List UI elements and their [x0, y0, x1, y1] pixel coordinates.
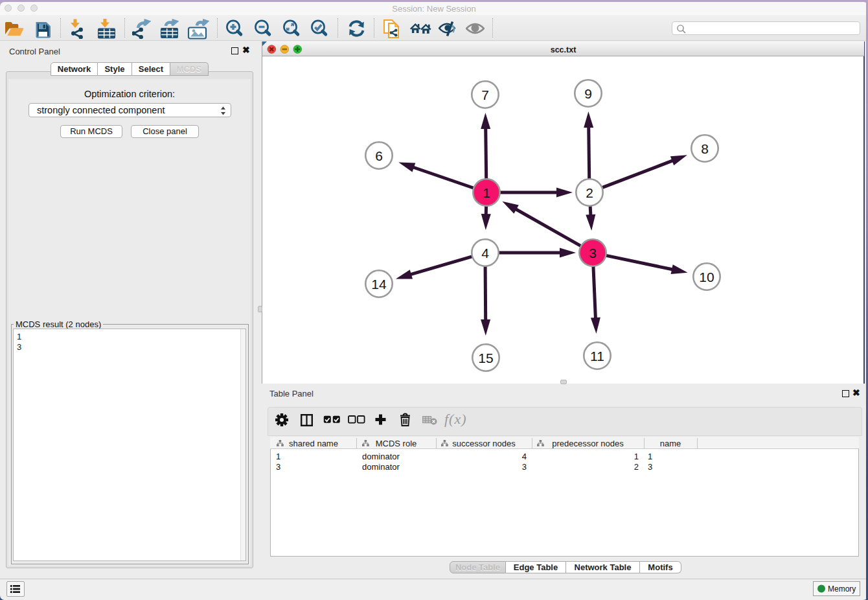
svg-text:8: 8 [701, 141, 709, 156]
svg-text:11: 11 [590, 349, 604, 363]
svg-text:2: 2 [586, 185, 593, 200]
svg-text:3: 3 [589, 246, 597, 260]
svg-text:7: 7 [481, 87, 489, 102]
svg-text:15: 15 [478, 351, 493, 365]
svg-text:10: 10 [699, 270, 714, 284]
svg-text:Memory: Memory [828, 584, 856, 594]
svg-text:1: 1 [483, 185, 490, 200]
svg-text:4: 4 [481, 246, 489, 260]
svg-text:9: 9 [584, 86, 592, 101]
svg-text:14: 14 [371, 277, 387, 292]
svg-text:6: 6 [375, 148, 383, 163]
